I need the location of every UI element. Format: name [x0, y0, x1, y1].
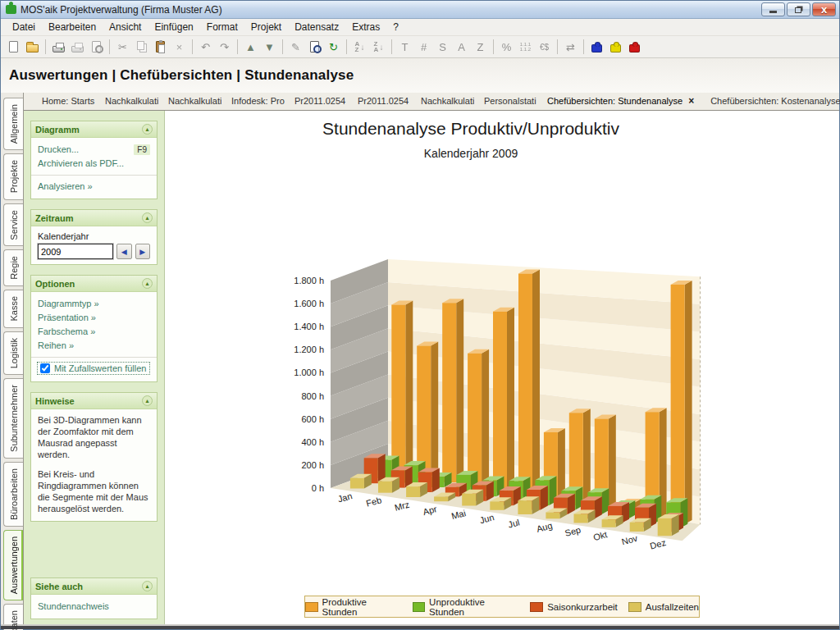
puzzle-yellow-icon[interactable]	[607, 39, 624, 56]
svg-text:Mrz: Mrz	[394, 500, 411, 513]
format-z-icon[interactable]: Z	[472, 39, 489, 56]
toolbar-separator	[346, 39, 347, 54]
menu-projekt[interactable]: Projekt	[244, 20, 288, 34]
breadcrumb-bar: Auswertungen | Chefübersichten | Stunden…	[1, 58, 839, 93]
vertical-tab-bueroarbeiten[interactable]: Büroarbeiten	[3, 462, 23, 527]
currency-icon[interactable]: €$	[536, 39, 553, 56]
format-text-icon[interactable]: T	[396, 39, 413, 56]
outline-numbering-icon[interactable]: 1.1.11.1.2	[517, 39, 534, 56]
vertical-tab-projekte[interactable]: Projekte	[3, 153, 23, 199]
open-folder-icon[interactable]	[24, 39, 41, 56]
chart-title: Stundenanalyse Produktiv/Unproduktiv	[165, 119, 777, 139]
undo-icon[interactable]: ↶	[197, 39, 214, 56]
year-next-button[interactable]: ▶	[135, 244, 151, 259]
vertical-tab-kasse[interactable]: Kasse	[3, 290, 23, 328]
percent-icon[interactable]: %	[498, 39, 515, 56]
panel-optionen: Optionen ▴ Diagrammtyp » Präsentation » …	[30, 275, 158, 382]
new-document-icon[interactable]	[5, 39, 22, 56]
stundennachweis-link[interactable]: Stundennachweis	[38, 600, 150, 614]
tab-kostenanalyse[interactable]: Chefübersichten: Kostenanalyse×	[701, 93, 840, 110]
restore-button[interactable]	[787, 2, 810, 16]
vertical-tab-regie[interactable]: Regie	[3, 249, 23, 286]
menu-help[interactable]: ?	[386, 20, 405, 34]
svg-text:1.400 h: 1.400 h	[294, 322, 324, 331]
tab-nachkalkulation-2[interactable]: Nachkalkulati	[158, 93, 221, 110]
close-button[interactable]: x	[812, 2, 836, 16]
menu-bearbeiten[interactable]: Bearbeiten	[42, 20, 103, 34]
vertical-tab-auswertungen[interactable]: Auswertungen	[3, 530, 23, 600]
svg-text:400 h: 400 h	[301, 437, 324, 447]
find-record-icon[interactable]	[306, 39, 323, 56]
diagrammtyp-link[interactable]: Diagrammtyp »	[38, 297, 150, 311]
minimize-button[interactable]	[761, 2, 785, 16]
export-icon[interactable]: ⇄	[562, 39, 579, 56]
redo-icon[interactable]: ↷	[216, 39, 233, 56]
delete-icon[interactable]: ×	[171, 39, 188, 56]
farbschema-link[interactable]: Farbschema »	[38, 325, 150, 339]
collapse-icon[interactable]: ▴	[142, 395, 153, 406]
reihen-link[interactable]: Reihen »	[38, 339, 150, 353]
tab-close-icon[interactable]: ×	[688, 95, 694, 107]
move-up-icon[interactable]: ▲	[242, 39, 259, 56]
svg-text:Aug: Aug	[536, 520, 554, 534]
collapse-icon[interactable]: ▴	[142, 278, 153, 289]
hint-text-2: Bei Kreis- und Ringdiagrammen können die…	[38, 468, 150, 514]
vertical-tab-logistik[interactable]: Logistik	[3, 331, 23, 375]
random-values-label: Mit Zufallswerten füllen	[54, 363, 147, 373]
move-down-icon[interactable]: ▼	[261, 39, 278, 56]
puzzle-blue-icon[interactable]	[588, 39, 605, 56]
archive-pdf-link[interactable]: Archivieren als PDF...	[38, 157, 150, 171]
svg-text:1.200 h: 1.200 h	[294, 345, 324, 354]
tab-nachkalkulation-1[interactable]: Nachkalkulati	[95, 93, 158, 110]
kalenderjahr-label: Kalenderjahr	[38, 231, 150, 241]
collapse-icon[interactable]: ▴	[142, 124, 153, 135]
random-values-checkbox[interactable]	[40, 363, 50, 373]
tab-home[interactable]: Home: Starts	[32, 93, 95, 110]
copy-icon[interactable]	[133, 39, 150, 56]
year-prev-button[interactable]: ◀	[116, 244, 132, 259]
panel-siehe-auch: Siehe auch ▴ Stundennachweis	[30, 578, 158, 619]
format-string-icon[interactable]: S	[434, 39, 451, 56]
close-icon: x	[821, 3, 827, 16]
tab-infodesk[interactable]: Infodesk: Pro	[221, 93, 285, 110]
format-number-icon[interactable]: #	[415, 39, 432, 56]
print-icon[interactable]	[50, 39, 67, 56]
refresh-icon[interactable]: ↻	[325, 39, 342, 56]
vertical-tab-service[interactable]: Service	[3, 203, 23, 247]
menu-datei[interactable]: Datei	[6, 20, 42, 34]
legend-item: Unproduktive Stunden	[413, 597, 520, 617]
tab-pr2011-0254-b[interactable]: Pr2011.0254	[348, 93, 411, 110]
app-window: MOS'aik Projektverwaltung (Firma Muster …	[0, 0, 840, 630]
format-a-icon[interactable]: A	[453, 39, 470, 56]
svg-text:Jul: Jul	[507, 517, 521, 529]
cut-icon[interactable]: ✂	[114, 39, 131, 56]
vertical-tab-subunternehmer[interactable]: Subunternehmer	[3, 378, 23, 459]
menu-einfuegen[interactable]: Einfügen	[148, 20, 199, 34]
menu-datensatz[interactable]: Datensatz	[288, 20, 345, 34]
sort-asc-icon[interactable]: AZ↓	[351, 39, 368, 56]
hint-text-1: Bei 3D-Diagrammen kann der Zoomfaktor mi…	[38, 414, 150, 460]
collapse-icon[interactable]: ▴	[142, 581, 153, 591]
print-form-icon[interactable]	[69, 39, 86, 56]
toolbar-separator	[282, 39, 283, 54]
panel-zeitraum: Zeitraum ▴ Kalenderjahr ◀ ▶	[30, 209, 158, 265]
menu-ansicht[interactable]: Ansicht	[103, 20, 148, 34]
chart-subtitle: Kalenderjahr 2009	[165, 147, 777, 160]
tab-stundenanalyse-active[interactable]: Chefübersichten: Stundenanalyse×	[537, 93, 701, 110]
edit-pencil-icon[interactable]: ✎	[287, 39, 304, 56]
collapse-icon[interactable]: ▴	[142, 212, 153, 223]
tab-personalstatistik[interactable]: Personalstati	[474, 93, 537, 110]
tab-pr2011-0254-a[interactable]: Pr2011.0254	[285, 93, 348, 110]
print-preview-icon[interactable]	[88, 39, 105, 56]
print-link[interactable]: Drucken...	[38, 143, 79, 157]
sort-desc-icon[interactable]: ZA↓	[370, 39, 387, 56]
paste-icon[interactable]	[152, 39, 169, 56]
vertical-tab-allgemein[interactable]: Allgemein	[3, 98, 23, 150]
analyze-link[interactable]: Analysieren »	[38, 180, 150, 194]
praesentation-link[interactable]: Präsentation »	[38, 311, 150, 325]
menu-extras[interactable]: Extras	[345, 20, 386, 34]
year-input[interactable]	[38, 244, 113, 259]
menu-format[interactable]: Format	[200, 20, 244, 34]
tab-nachkalkulation-3[interactable]: Nachkalkulati	[411, 93, 474, 110]
puzzle-red-icon[interactable]	[626, 39, 643, 56]
